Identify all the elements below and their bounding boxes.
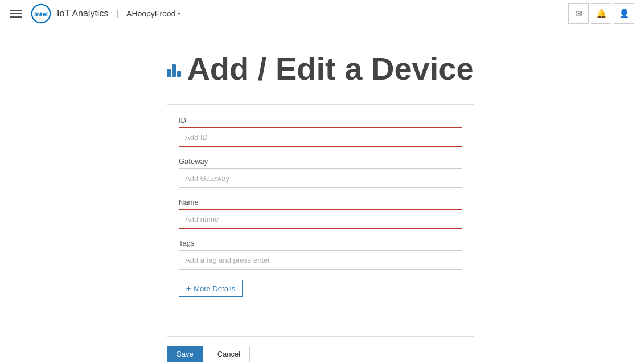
- username-label: AHoopyFrood: [126, 9, 175, 18]
- more-details-section: + More Details: [179, 280, 462, 308]
- svg-text:intel: intel: [34, 10, 48, 17]
- intel-logo: intel: [31, 3, 51, 24]
- email-icon: ✉: [575, 9, 582, 19]
- notifications-button[interactable]: 🔔: [591, 3, 611, 24]
- chart-bar-3: [177, 71, 181, 77]
- user-account-button[interactable]: 👤: [614, 3, 634, 24]
- chart-icon: [167, 61, 181, 77]
- save-button[interactable]: Save: [167, 346, 203, 362]
- plus-icon: +: [186, 284, 191, 293]
- page-title: Add / Edit a Device: [187, 50, 474, 87]
- tags-input[interactable]: [179, 250, 462, 270]
- more-details-button[interactable]: + More Details: [179, 280, 243, 297]
- hamburger-line-2: [10, 13, 22, 14]
- name-input[interactable]: [179, 209, 462, 229]
- user-dropdown[interactable]: AHoopyFrood ▾: [126, 9, 180, 18]
- id-input[interactable]: [179, 127, 462, 147]
- header-left: intel IoT Analytics | AHoopyFrood ▾: [7, 3, 180, 24]
- bell-icon: 🔔: [596, 9, 607, 19]
- hamburger-line-3: [10, 16, 22, 18]
- chart-bar-1: [167, 69, 171, 77]
- chart-bar-2: [172, 64, 176, 77]
- form-bottom-panel: [167, 308, 474, 337]
- header-right: ✉ 🔔 👤: [568, 3, 634, 24]
- gateway-field-group: Gateway: [179, 157, 462, 188]
- header-divider: |: [116, 9, 118, 18]
- hamburger-button[interactable]: [7, 6, 25, 21]
- action-buttons-container: Save Cancel: [167, 337, 474, 364]
- tags-field-group: Tags: [179, 239, 462, 270]
- id-label: ID: [179, 116, 462, 125]
- gateway-input[interactable]: [179, 168, 462, 188]
- chevron-down-icon: ▾: [178, 10, 180, 16]
- gateway-label: Gateway: [179, 157, 462, 166]
- user-icon: 👤: [619, 9, 630, 19]
- header: intel IoT Analytics | AHoopyFrood ▾ ✉ 🔔 …: [0, 0, 641, 27]
- main-content: Add / Edit a Device ID Gateway Name Tags…: [0, 27, 641, 364]
- id-field-group: ID: [179, 116, 462, 147]
- name-label: Name: [179, 198, 462, 206]
- hamburger-line-1: [10, 10, 22, 11]
- tags-label: Tags: [179, 239, 462, 247]
- app-title: IoT Analytics: [57, 9, 108, 19]
- name-field-group: Name: [179, 198, 462, 229]
- page-title-container: Add / Edit a Device: [167, 50, 474, 87]
- cancel-button[interactable]: Cancel: [208, 346, 250, 362]
- more-details-label: More Details: [194, 284, 235, 293]
- email-button[interactable]: ✉: [568, 3, 589, 24]
- device-form: ID Gateway Name Tags + More Details: [167, 104, 474, 308]
